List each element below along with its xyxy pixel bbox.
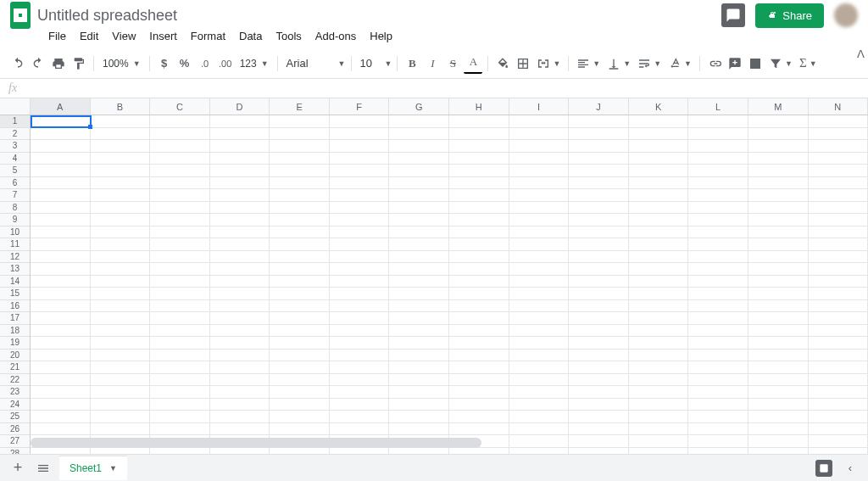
cell[interactable] xyxy=(809,165,868,177)
cell[interactable] xyxy=(31,423,91,436)
cell[interactable] xyxy=(569,177,629,190)
cell[interactable] xyxy=(91,312,151,325)
cell[interactable] xyxy=(509,288,570,300)
cell[interactable] xyxy=(91,251,151,264)
cell[interactable] xyxy=(748,128,809,141)
cell[interactable] xyxy=(509,263,570,276)
cell[interactable] xyxy=(330,325,390,338)
cell[interactable] xyxy=(389,411,449,423)
horizontal-scrollbar[interactable] xyxy=(31,438,481,448)
cell[interactable] xyxy=(91,423,151,436)
cell[interactable] xyxy=(809,189,868,202)
cell[interactable] xyxy=(31,214,91,227)
row-header-17[interactable]: 17 xyxy=(0,312,31,325)
cell[interactable] xyxy=(330,276,390,288)
cell[interactable] xyxy=(569,115,629,128)
cell[interactable] xyxy=(270,411,330,423)
row-header-27[interactable]: 27 xyxy=(0,435,31,448)
cell[interactable] xyxy=(509,399,570,411)
cell[interactable] xyxy=(629,325,689,338)
italic-button[interactable]: I xyxy=(423,53,442,74)
cell[interactable] xyxy=(330,227,390,239)
cell[interactable] xyxy=(150,288,210,300)
cell[interactable] xyxy=(809,128,868,141)
cell[interactable] xyxy=(629,189,689,202)
cell[interactable] xyxy=(509,177,570,190)
cell[interactable] xyxy=(688,350,748,362)
column-header-K[interactable]: K xyxy=(629,98,689,115)
row-header-13[interactable]: 13 xyxy=(0,263,31,276)
column-header-L[interactable]: L xyxy=(688,98,748,115)
cell[interactable] xyxy=(389,115,449,128)
cell[interactable] xyxy=(748,227,809,239)
cell[interactable] xyxy=(748,399,809,411)
cell[interactable] xyxy=(270,325,330,338)
cell[interactable] xyxy=(449,263,509,276)
cell[interactable] xyxy=(210,386,270,399)
cell[interactable] xyxy=(569,276,629,288)
cell[interactable] xyxy=(150,177,210,190)
cell[interactable] xyxy=(809,251,868,264)
cell[interactable] xyxy=(449,325,509,338)
cell[interactable] xyxy=(330,128,390,141)
cell[interactable] xyxy=(210,276,270,288)
cell[interactable] xyxy=(809,325,868,338)
all-sheets-button[interactable] xyxy=(34,458,53,478)
cell[interactable] xyxy=(748,337,809,350)
cell[interactable] xyxy=(809,374,868,387)
cell[interactable] xyxy=(270,386,330,399)
explore-button[interactable] xyxy=(815,460,832,477)
cell[interactable] xyxy=(330,288,390,300)
cell[interactable] xyxy=(449,115,509,128)
cell[interactable] xyxy=(748,276,809,288)
cell[interactable] xyxy=(629,128,689,141)
cell[interactable] xyxy=(330,361,390,374)
cell[interactable] xyxy=(150,214,210,227)
cell[interactable] xyxy=(389,361,449,374)
cell[interactable] xyxy=(569,202,629,215)
column-header-A[interactable]: A xyxy=(31,98,91,115)
cell[interactable] xyxy=(688,128,748,141)
functions-button[interactable]: Σ▼ xyxy=(797,53,820,74)
cell[interactable] xyxy=(31,386,91,399)
row-header-2[interactable]: 2 xyxy=(0,128,31,141)
horizontal-align-button[interactable]: ▼ xyxy=(574,53,603,74)
cell[interactable] xyxy=(688,288,748,300)
cell[interactable] xyxy=(688,140,748,153)
menu-view[interactable]: View xyxy=(106,27,142,45)
cell[interactable] xyxy=(389,386,449,399)
cell[interactable] xyxy=(389,325,449,338)
cell[interactable] xyxy=(270,374,330,387)
cell[interactable] xyxy=(210,177,270,190)
cell[interactable] xyxy=(629,115,689,128)
cell[interactable] xyxy=(91,386,151,399)
cell[interactable] xyxy=(569,399,629,411)
cell[interactable] xyxy=(748,238,809,251)
cell[interactable] xyxy=(509,435,570,448)
cell[interactable] xyxy=(688,374,748,387)
cell[interactable] xyxy=(748,153,809,165)
cell[interactable] xyxy=(449,386,509,399)
zoom-dropdown[interactable]: 100%▼ xyxy=(99,58,144,70)
vertical-align-button[interactable]: ▼ xyxy=(604,53,633,74)
cell[interactable] xyxy=(449,140,509,153)
cell[interactable] xyxy=(509,214,570,227)
cell[interactable] xyxy=(629,227,689,239)
font-size-dropdown[interactable]: 10 xyxy=(357,57,381,70)
cell[interactable] xyxy=(688,423,748,436)
cell[interactable] xyxy=(210,350,270,362)
percent-button[interactable]: % xyxy=(175,53,194,74)
cell[interactable] xyxy=(210,115,270,128)
menu-tools[interactable]: Tools xyxy=(270,27,307,45)
cell[interactable] xyxy=(270,263,330,276)
cell[interactable] xyxy=(688,386,748,399)
cell[interactable] xyxy=(210,140,270,153)
insert-comment-button[interactable] xyxy=(726,53,744,74)
cell[interactable] xyxy=(31,202,91,215)
cell[interactable] xyxy=(569,214,629,227)
cell[interactable] xyxy=(748,411,809,423)
cell[interactable] xyxy=(809,312,868,325)
cell[interactable] xyxy=(449,374,509,387)
cell[interactable] xyxy=(91,128,151,141)
cell[interactable] xyxy=(91,238,151,251)
